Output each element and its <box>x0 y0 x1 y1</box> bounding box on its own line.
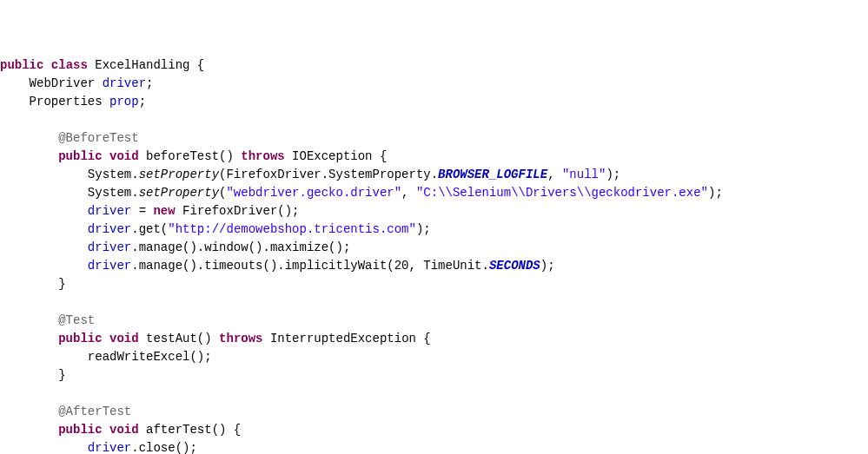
code-line: Properties prop; <box>0 95 146 109</box>
code-line: System.setProperty("webdriver.gecko.driv… <box>0 186 723 200</box>
string-literal: "webdriver.gecko.driver" <box>226 186 401 200</box>
type: Properties <box>30 95 109 109</box>
code-line: public void testAut() throws Interrupted… <box>0 332 431 345</box>
code-line: driver.manage().timeouts().implicitlyWai… <box>0 259 555 273</box>
keyword-public: public <box>58 423 102 437</box>
annotation-beforetest: @BeforeTest <box>58 131 138 145</box>
code-line: readWriteExcel(); <box>0 350 212 364</box>
field-prop: prop <box>109 95 139 109</box>
code-line: public class ExcelHandling { <box>0 58 204 72</box>
keyword-public: public <box>58 149 102 163</box>
keyword-throws: throws <box>241 149 284 163</box>
field-driver: driver <box>103 76 146 90</box>
keyword-throws: throws <box>219 332 262 345</box>
keyword-public: public <box>0 58 43 72</box>
string-literal: "null" <box>562 168 606 181</box>
annotation-aftertest: @AfterTest <box>58 405 131 418</box>
method-name: beforeTest() <box>139 149 242 163</box>
string-literal: "http://demowebshop.tricentis.com" <box>168 222 416 236</box>
keyword-class: class <box>51 58 88 72</box>
code-line: driver.manage().window().maximize(); <box>0 240 350 254</box>
code-line: } <box>0 368 66 382</box>
type: WebDriver <box>30 76 103 90</box>
code-line: driver.close(); <box>0 441 197 454</box>
string-literal: "C:\\Selenium\\Drivers\\geckodriver.exe" <box>416 186 708 200</box>
code-editor[interactable]: public class ExcelHandling { WebDriver d… <box>0 55 868 454</box>
code-line: WebDriver driver; <box>0 76 153 90</box>
static-method: setProperty <box>139 186 219 200</box>
code-line: System.setProperty(FirefoxDriver.SystemP… <box>0 168 620 181</box>
method-call: readWriteExcel(); <box>88 350 212 364</box>
field-driver: driver <box>88 204 131 218</box>
keyword-public: public <box>58 332 102 345</box>
keyword-void: void <box>109 332 139 345</box>
field-driver: driver <box>88 222 131 236</box>
keyword-new: new <box>153 204 175 218</box>
keyword-void: void <box>109 423 139 437</box>
code-line: driver = new FirefoxDriver(); <box>0 204 300 218</box>
code-line: @BeforeTest <box>0 131 139 145</box>
method-name: afterTest() { <box>139 423 242 437</box>
annotation-test: @Test <box>58 313 95 327</box>
code-line: } <box>0 277 66 291</box>
field-driver: driver <box>88 259 131 273</box>
code-line: public void afterTest() { <box>0 423 241 437</box>
method-name: testAut() <box>139 332 219 345</box>
static-method: setProperty <box>139 168 219 181</box>
keyword-void: void <box>109 149 139 163</box>
code-line: @AfterTest <box>0 405 131 418</box>
field-driver: driver <box>88 240 131 254</box>
field-driver: driver <box>88 441 131 454</box>
class-name: ExcelHandling <box>95 58 189 72</box>
code-line: public void beforeTest() throws IOExcept… <box>0 149 387 163</box>
code-line: @Test <box>0 313 95 327</box>
constant: SECONDS <box>489 259 540 273</box>
constant: BROWSER_LOGFILE <box>438 168 547 181</box>
code-line: driver.get("http://demowebshop.tricentis… <box>0 222 431 236</box>
